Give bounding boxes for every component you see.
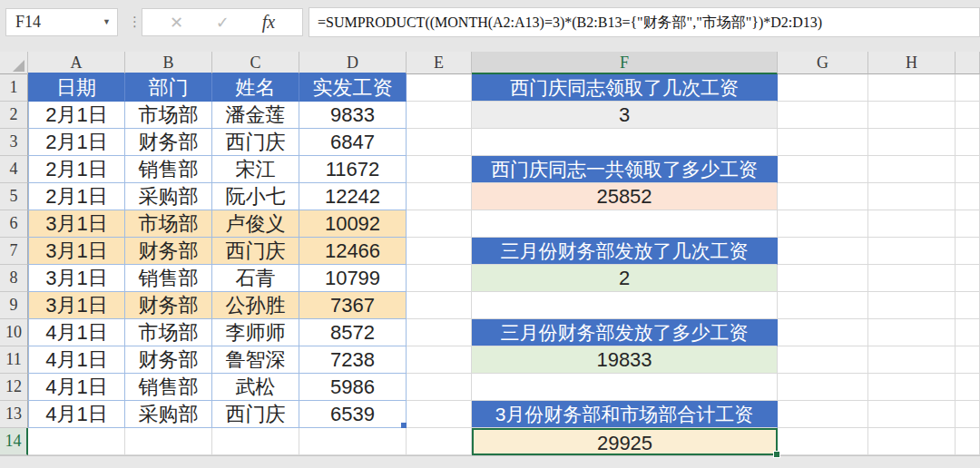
cell-G11[interactable] — [778, 346, 868, 374]
cell-G5[interactable] — [778, 183, 868, 210]
cell-G4[interactable] — [778, 156, 868, 183]
cell-G13[interactable] — [778, 401, 868, 428]
cell-X3[interactable] — [956, 129, 980, 156]
cell-X9[interactable] — [956, 292, 980, 319]
cell-E10[interactable] — [407, 319, 472, 346]
cell-X5[interactable] — [956, 183, 980, 210]
cell-B13[interactable]: 采购部 — [125, 401, 212, 428]
cell-D7[interactable]: 12466 — [299, 238, 407, 265]
cell-X10[interactable] — [956, 319, 980, 346]
cell-G1[interactable] — [778, 74, 868, 102]
row-header-7[interactable]: 7 — [0, 238, 28, 265]
cell-B8[interactable]: 销售部 — [125, 265, 212, 292]
col-header-H[interactable]: H — [868, 52, 956, 74]
cell-B14[interactable] — [125, 428, 212, 455]
cell-D8[interactable]: 10799 — [299, 265, 407, 292]
cell-D14[interactable] — [299, 428, 407, 455]
cell-G6[interactable] — [778, 210, 868, 238]
row-header-4[interactable]: 4 — [0, 156, 28, 183]
cell-B10[interactable]: 市场部 — [125, 319, 212, 346]
cell-H3[interactable] — [868, 129, 956, 156]
cell-E2[interactable] — [407, 102, 472, 129]
cell-H10[interactable] — [868, 319, 956, 346]
cell-C1[interactable]: 姓名 — [212, 74, 299, 102]
cancel-icon[interactable]: ✕ — [170, 13, 183, 33]
cell-E8[interactable] — [407, 265, 472, 292]
cell-C5[interactable]: 阮小七 — [212, 183, 299, 210]
cell-G2[interactable] — [778, 102, 868, 129]
cell-A6[interactable]: 3月1日 — [28, 210, 125, 238]
cell-A12[interactable]: 4月1日 — [28, 374, 125, 401]
row-header-13[interactable]: 13 — [0, 401, 28, 428]
cell-D5[interactable]: 12242 — [299, 183, 407, 210]
cell-G10[interactable] — [778, 319, 868, 346]
cell-E12[interactable] — [407, 374, 472, 401]
row-header-3[interactable]: 3 — [0, 129, 28, 156]
cell-B3[interactable]: 财务部 — [125, 129, 212, 156]
row-header-12[interactable]: 12 — [0, 374, 28, 401]
col-header-B[interactable]: B — [125, 52, 212, 74]
cell-E14[interactable] — [407, 428, 472, 455]
cell-A2[interactable]: 2月1日 — [28, 102, 125, 129]
cell-A5[interactable]: 2月1日 — [28, 183, 125, 210]
cell-A11[interactable]: 4月1日 — [28, 346, 125, 374]
cell-F11[interactable]: 19833 — [472, 346, 778, 374]
col-header-A[interactable]: A — [28, 52, 125, 74]
cell-A3[interactable]: 2月1日 — [28, 129, 125, 156]
cell-F8[interactable]: 2 — [472, 265, 778, 292]
cell-A13[interactable]: 4月1日 — [28, 401, 125, 428]
cell-H13[interactable] — [868, 401, 956, 428]
cell-F1[interactable]: 西门庆同志领取了几次工资 — [472, 74, 778, 102]
cell-C13[interactable]: 西门庆 — [212, 401, 299, 428]
col-header-D[interactable]: D — [299, 52, 407, 74]
cell-D1[interactable]: 实发工资 — [299, 74, 407, 102]
row-header-5[interactable]: 5 — [0, 183, 28, 210]
cell-D13[interactable]: 6539 — [299, 401, 407, 428]
cell-C6[interactable]: 卢俊义 — [212, 210, 299, 238]
cell-C14[interactable] — [212, 428, 299, 455]
cell-A1[interactable]: 日期 — [28, 74, 125, 102]
cell-H2[interactable] — [868, 102, 956, 129]
cell-D3[interactable]: 6847 — [299, 129, 407, 156]
cell-H11[interactable] — [868, 346, 956, 374]
cell-A7[interactable]: 3月1日 — [28, 238, 125, 265]
cell-D6[interactable]: 10092 — [299, 210, 407, 238]
cell-E3[interactable] — [407, 129, 472, 156]
cell-F7[interactable]: 三月份财务部发放了几次工资 — [472, 238, 778, 265]
confirm-icon[interactable]: ✓ — [216, 13, 230, 33]
cell-F5[interactable]: 25852 — [472, 183, 778, 210]
cell-B1[interactable]: 部门 — [125, 74, 212, 102]
cell-C2[interactable]: 潘金莲 — [212, 102, 299, 129]
row-header-11[interactable]: 11 — [0, 346, 28, 374]
col-header-F[interactable]: F — [472, 52, 778, 74]
col-header-G[interactable]: G — [778, 52, 868, 74]
cell-H12[interactable] — [868, 374, 956, 401]
cell-D11[interactable]: 7238 — [299, 346, 407, 374]
cell-B5[interactable]: 采购部 — [125, 183, 212, 210]
cell-C10[interactable]: 李师师 — [212, 319, 299, 346]
cell-X1[interactable] — [956, 74, 980, 102]
cell-B6[interactable]: 市场部 — [125, 210, 212, 238]
cell-G7[interactable] — [778, 238, 868, 265]
cell-X8[interactable] — [956, 265, 980, 292]
row-header-9[interactable]: 9 — [0, 292, 28, 319]
cell-H9[interactable] — [868, 292, 956, 319]
insert-function-icon[interactable]: fx — [262, 12, 275, 33]
cell-A4[interactable]: 2月1日 — [28, 156, 125, 183]
cell-D2[interactable]: 9833 — [299, 102, 407, 129]
cell-G3[interactable] — [778, 129, 868, 156]
cell-H1[interactable] — [868, 74, 956, 102]
cell-E9[interactable] — [407, 292, 472, 319]
cell-X4[interactable] — [956, 156, 980, 183]
cell-X2[interactable] — [956, 102, 980, 129]
cell-H6[interactable] — [868, 210, 956, 238]
cell-X6[interactable] — [956, 210, 980, 238]
cell-X7[interactable] — [956, 238, 980, 265]
cell-E4[interactable] — [407, 156, 472, 183]
cell-B11[interactable]: 财务部 — [125, 346, 212, 374]
cell-A14[interactable] — [28, 428, 125, 455]
cell-D4[interactable]: 11672 — [299, 156, 407, 183]
cell-B9[interactable]: 财务部 — [125, 292, 212, 319]
row-header-6[interactable]: 6 — [0, 210, 28, 238]
cell-B7[interactable]: 财务部 — [125, 238, 212, 265]
